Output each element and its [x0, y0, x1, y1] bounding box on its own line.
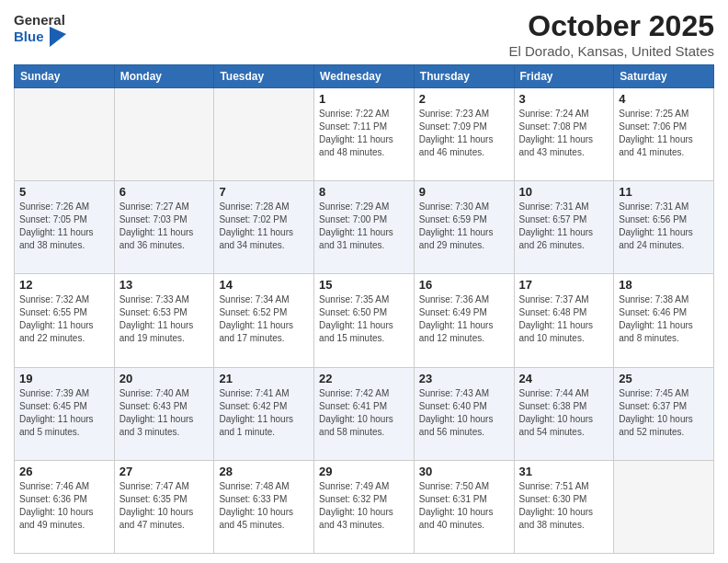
table-row: 21Sunrise: 7:41 AM Sunset: 6:42 PM Dayli…: [214, 367, 314, 460]
table-row: [614, 460, 714, 553]
day-info: Sunrise: 7:28 AM Sunset: 7:02 PM Dayligh…: [219, 201, 309, 252]
table-row: [15, 88, 115, 181]
day-number: 4: [619, 92, 709, 106]
page-title: October 2025: [509, 9, 714, 43]
day-info: Sunrise: 7:35 AM Sunset: 6:50 PM Dayligh…: [319, 293, 409, 345]
day-info: Sunrise: 7:51 AM Sunset: 6:30 PM Dayligh…: [519, 480, 609, 532]
logo-blue: Blue: [14, 29, 66, 47]
day-number: 27: [119, 465, 210, 478]
calendar-week-row: 12Sunrise: 7:32 AM Sunset: 6:55 PM Dayli…: [15, 274, 714, 367]
weekday-header-row: Sunday Monday Tuesday Wednesday Thursday…: [15, 65, 714, 88]
table-row: 23Sunrise: 7:43 AM Sunset: 6:40 PM Dayli…: [414, 367, 514, 460]
day-info: Sunrise: 7:49 AM Sunset: 6:32 PM Dayligh…: [319, 480, 409, 532]
day-info: Sunrise: 7:46 AM Sunset: 6:36 PM Dayligh…: [19, 480, 109, 532]
day-number: 6: [119, 185, 210, 199]
day-info: Sunrise: 7:44 AM Sunset: 6:38 PM Dayligh…: [519, 387, 609, 439]
logo-text: General Blue: [14, 13, 66, 47]
table-row: 3Sunrise: 7:24 AM Sunset: 7:08 PM Daylig…: [514, 88, 614, 181]
table-row: 18Sunrise: 7:38 AM Sunset: 6:46 PM Dayli…: [614, 274, 714, 367]
col-sunday: Sunday: [15, 65, 115, 88]
table-row: 9Sunrise: 7:30 AM Sunset: 6:59 PM Daylig…: [414, 181, 514, 274]
day-number: 19: [19, 372, 109, 385]
table-row: 1Sunrise: 7:22 AM Sunset: 7:11 PM Daylig…: [314, 88, 415, 181]
day-number: 5: [19, 185, 109, 199]
day-number: 28: [219, 465, 309, 478]
day-number: 29: [319, 465, 409, 478]
day-info: Sunrise: 7:31 AM Sunset: 6:56 PM Dayligh…: [619, 201, 709, 252]
day-info: Sunrise: 7:32 AM Sunset: 6:55 PM Dayligh…: [19, 293, 109, 345]
table-row: 31Sunrise: 7:51 AM Sunset: 6:30 PM Dayli…: [514, 460, 614, 553]
day-number: 1: [319, 92, 409, 106]
col-friday: Friday: [514, 65, 614, 88]
day-info: Sunrise: 7:43 AM Sunset: 6:40 PM Dayligh…: [419, 387, 509, 439]
day-info: Sunrise: 7:23 AM Sunset: 7:09 PM Dayligh…: [419, 108, 509, 159]
day-number: 16: [419, 278, 509, 292]
table-row: 26Sunrise: 7:46 AM Sunset: 6:36 PM Dayli…: [15, 460, 115, 553]
day-number: 23: [419, 372, 509, 385]
table-row: 28Sunrise: 7:48 AM Sunset: 6:33 PM Dayli…: [214, 460, 314, 553]
day-info: Sunrise: 7:33 AM Sunset: 6:53 PM Dayligh…: [119, 293, 210, 345]
day-number: 18: [619, 278, 709, 292]
calendar-week-row: 1Sunrise: 7:22 AM Sunset: 7:11 PM Daylig…: [15, 88, 714, 181]
col-monday: Monday: [114, 65, 214, 88]
day-number: 25: [619, 372, 709, 385]
page: General Blue October 2025 El Dorado, Kan…: [0, 0, 728, 563]
day-info: Sunrise: 7:39 AM Sunset: 6:45 PM Dayligh…: [19, 387, 109, 439]
day-info: Sunrise: 7:24 AM Sunset: 7:08 PM Dayligh…: [519, 108, 609, 159]
table-row: 8Sunrise: 7:29 AM Sunset: 7:00 PM Daylig…: [314, 181, 415, 274]
day-number: 31: [519, 465, 609, 478]
col-wednesday: Wednesday: [314, 65, 415, 88]
day-info: Sunrise: 7:34 AM Sunset: 6:52 PM Dayligh…: [219, 293, 309, 345]
table-row: 29Sunrise: 7:49 AM Sunset: 6:32 PM Dayli…: [314, 460, 415, 553]
day-number: 26: [19, 465, 109, 478]
day-number: 8: [319, 185, 409, 199]
day-info: Sunrise: 7:30 AM Sunset: 6:59 PM Dayligh…: [419, 201, 509, 252]
table-row: 7Sunrise: 7:28 AM Sunset: 7:02 PM Daylig…: [214, 181, 314, 274]
calendar-week-row: 26Sunrise: 7:46 AM Sunset: 6:36 PM Dayli…: [15, 460, 714, 553]
table-row: 30Sunrise: 7:50 AM Sunset: 6:31 PM Dayli…: [414, 460, 514, 553]
day-number: 17: [519, 278, 609, 292]
table-row: 24Sunrise: 7:44 AM Sunset: 6:38 PM Dayli…: [514, 367, 614, 460]
day-info: Sunrise: 7:25 AM Sunset: 7:06 PM Dayligh…: [619, 108, 709, 159]
table-row: 14Sunrise: 7:34 AM Sunset: 6:52 PM Dayli…: [214, 274, 314, 367]
col-tuesday: Tuesday: [214, 65, 314, 88]
day-info: Sunrise: 7:31 AM Sunset: 6:57 PM Dayligh…: [519, 201, 609, 252]
table-row: 16Sunrise: 7:36 AM Sunset: 6:49 PM Dayli…: [414, 274, 514, 367]
day-number: 20: [119, 372, 210, 385]
col-thursday: Thursday: [414, 65, 514, 88]
day-info: Sunrise: 7:40 AM Sunset: 6:43 PM Dayligh…: [119, 387, 210, 439]
table-row: 22Sunrise: 7:42 AM Sunset: 6:41 PM Dayli…: [314, 367, 415, 460]
day-info: Sunrise: 7:50 AM Sunset: 6:31 PM Dayligh…: [419, 480, 509, 532]
day-info: Sunrise: 7:42 AM Sunset: 6:41 PM Dayligh…: [319, 387, 409, 439]
table-row: 13Sunrise: 7:33 AM Sunset: 6:53 PM Dayli…: [114, 274, 214, 367]
day-info: Sunrise: 7:29 AM Sunset: 7:00 PM Dayligh…: [319, 201, 409, 252]
day-number: 24: [519, 372, 609, 385]
svg-marker-0: [50, 27, 66, 47]
day-info: Sunrise: 7:26 AM Sunset: 7:05 PM Dayligh…: [19, 201, 109, 252]
page-subtitle: El Dorado, Kansas, United States: [509, 43, 714, 59]
day-info: Sunrise: 7:37 AM Sunset: 6:48 PM Dayligh…: [519, 293, 609, 345]
day-number: 15: [319, 278, 409, 292]
day-number: 7: [219, 185, 309, 199]
table-row: 19Sunrise: 7:39 AM Sunset: 6:45 PM Dayli…: [15, 367, 115, 460]
col-saturday: Saturday: [614, 65, 714, 88]
day-info: Sunrise: 7:38 AM Sunset: 6:46 PM Dayligh…: [619, 293, 709, 345]
table-row: 6Sunrise: 7:27 AM Sunset: 7:03 PM Daylig…: [114, 181, 214, 274]
calendar-table: Sunday Monday Tuesday Wednesday Thursday…: [14, 64, 714, 554]
day-number: 2: [419, 92, 509, 106]
table-row: 20Sunrise: 7:40 AM Sunset: 6:43 PM Dayli…: [114, 367, 214, 460]
day-number: 9: [419, 185, 509, 199]
calendar-week-row: 5Sunrise: 7:26 AM Sunset: 7:05 PM Daylig…: [15, 181, 714, 274]
logo: General Blue: [14, 13, 66, 47]
table-row: 27Sunrise: 7:47 AM Sunset: 6:35 PM Dayli…: [114, 460, 214, 553]
table-row: [214, 88, 314, 181]
day-info: Sunrise: 7:27 AM Sunset: 7:03 PM Dayligh…: [119, 201, 210, 252]
table-row: 4Sunrise: 7:25 AM Sunset: 7:06 PM Daylig…: [614, 88, 714, 181]
header: General Blue October 2025 El Dorado, Kan…: [14, 9, 714, 59]
table-row: 2Sunrise: 7:23 AM Sunset: 7:09 PM Daylig…: [414, 88, 514, 181]
day-info: Sunrise: 7:36 AM Sunset: 6:49 PM Dayligh…: [419, 293, 509, 345]
calendar-week-row: 19Sunrise: 7:39 AM Sunset: 6:45 PM Dayli…: [15, 367, 714, 460]
day-number: 14: [219, 278, 309, 292]
day-number: 10: [519, 185, 609, 199]
day-info: Sunrise: 7:48 AM Sunset: 6:33 PM Dayligh…: [219, 480, 309, 532]
